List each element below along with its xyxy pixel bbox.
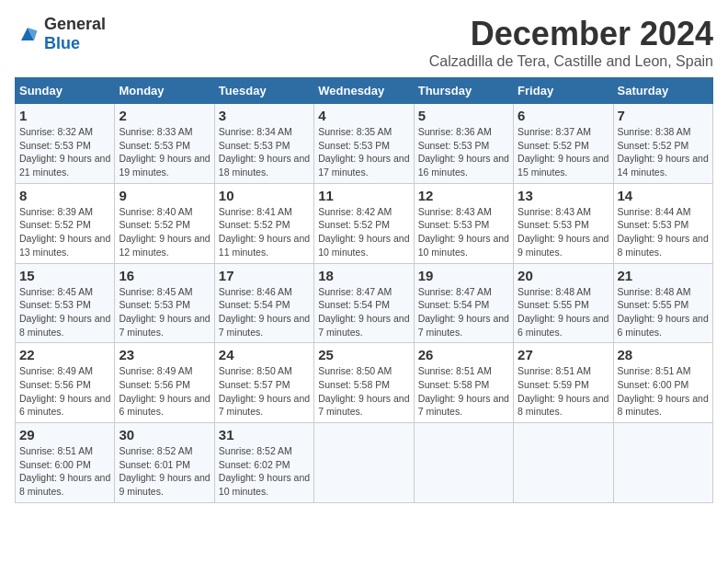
calendar-week-3: 15Sunrise: 8:45 AMSunset: 5:53 PMDayligh… [16, 263, 713, 343]
day-number: 30 [119, 427, 210, 442]
day-number: 13 [518, 188, 609, 203]
table-row: 25Sunrise: 8:50 AMSunset: 5:58 PMDayligh… [314, 343, 414, 423]
day-number: 7 [618, 108, 709, 123]
day-info: Sunrise: 8:49 AMSunset: 5:56 PMDaylight:… [119, 365, 210, 417]
day-number: 1 [19, 108, 110, 123]
day-info: Sunrise: 8:33 AMSunset: 5:53 PMDaylight:… [119, 126, 210, 178]
table-row: 19Sunrise: 8:47 AMSunset: 5:54 PMDayligh… [414, 263, 513, 343]
day-info: Sunrise: 8:46 AMSunset: 5:54 PMDaylight:… [219, 286, 310, 338]
calendar-table: Sunday Monday Tuesday Wednesday Thursday… [15, 77, 713, 503]
table-row: 12Sunrise: 8:43 AMSunset: 5:53 PMDayligh… [414, 183, 513, 263]
day-info: Sunrise: 8:49 AMSunset: 5:56 PMDaylight:… [19, 365, 110, 417]
day-number: 3 [219, 108, 310, 123]
header-friday: Friday [514, 78, 613, 104]
table-row: 22Sunrise: 8:49 AMSunset: 5:56 PMDayligh… [16, 343, 115, 423]
table-row: 31Sunrise: 8:52 AMSunset: 6:02 PMDayligh… [214, 423, 313, 503]
day-info: Sunrise: 8:45 AMSunset: 5:53 PMDaylight:… [19, 286, 110, 338]
table-row: 18Sunrise: 8:47 AMSunset: 5:54 PMDayligh… [314, 263, 414, 343]
day-info: Sunrise: 8:39 AMSunset: 5:52 PMDaylight:… [19, 206, 110, 258]
table-row: 9Sunrise: 8:40 AMSunset: 5:52 PMDaylight… [115, 183, 214, 263]
day-number: 20 [518, 268, 609, 283]
day-number: 11 [318, 188, 409, 203]
table-row: 20Sunrise: 8:48 AMSunset: 5:55 PMDayligh… [514, 263, 613, 343]
day-info: Sunrise: 8:38 AMSunset: 5:52 PMDaylight:… [618, 126, 709, 178]
table-row [314, 423, 414, 503]
day-number: 21 [618, 268, 709, 283]
table-row: 23Sunrise: 8:49 AMSunset: 5:56 PMDayligh… [115, 343, 214, 423]
table-row [414, 423, 513, 503]
day-number: 26 [418, 347, 509, 362]
header-thursday: Thursday [414, 78, 513, 104]
day-info: Sunrise: 8:51 AMSunset: 5:58 PMDaylight:… [418, 365, 509, 417]
logo-blue: Blue [44, 34, 80, 52]
day-number: 22 [19, 347, 110, 362]
day-number: 17 [219, 268, 310, 283]
table-row: 15Sunrise: 8:45 AMSunset: 5:53 PMDayligh… [16, 263, 115, 343]
table-row: 14Sunrise: 8:44 AMSunset: 5:53 PMDayligh… [613, 183, 712, 263]
day-number: 15 [19, 268, 110, 283]
table-row: 28Sunrise: 8:51 AMSunset: 6:00 PMDayligh… [613, 343, 712, 423]
day-number: 9 [119, 188, 210, 203]
day-info: Sunrise: 8:50 AMSunset: 5:57 PMDaylight:… [219, 365, 310, 417]
day-info: Sunrise: 8:47 AMSunset: 5:54 PMDaylight:… [418, 286, 509, 338]
logo-text: General Blue [44, 15, 106, 53]
day-info: Sunrise: 8:37 AMSunset: 5:52 PMDaylight:… [518, 126, 609, 178]
day-info: Sunrise: 8:43 AMSunset: 5:53 PMDaylight:… [418, 206, 509, 258]
day-info: Sunrise: 8:40 AMSunset: 5:52 PMDaylight:… [119, 206, 210, 258]
header-sunday: Sunday [16, 78, 115, 104]
logo-general: General [44, 15, 106, 33]
day-number: 24 [219, 347, 310, 362]
table-row: 13Sunrise: 8:43 AMSunset: 5:53 PMDayligh… [514, 183, 613, 263]
table-row: 7Sunrise: 8:38 AMSunset: 5:52 PMDaylight… [613, 104, 712, 184]
day-number: 28 [618, 347, 709, 362]
day-info: Sunrise: 8:48 AMSunset: 5:55 PMDaylight:… [518, 286, 609, 338]
day-info: Sunrise: 8:43 AMSunset: 5:53 PMDaylight:… [518, 206, 609, 258]
day-number: 5 [418, 108, 509, 123]
day-number: 25 [318, 347, 409, 362]
day-number: 10 [219, 188, 310, 203]
day-info: Sunrise: 8:51 AMSunset: 6:00 PMDaylight:… [19, 445, 110, 497]
header: General Blue December 2024 Calzadilla de… [15, 15, 713, 70]
day-number: 14 [618, 188, 709, 203]
calendar-week-5: 29Sunrise: 8:51 AMSunset: 6:00 PMDayligh… [16, 423, 713, 503]
day-number: 8 [19, 188, 110, 203]
day-number: 16 [119, 268, 210, 283]
table-row: 2Sunrise: 8:33 AMSunset: 5:53 PMDaylight… [115, 104, 214, 184]
month-title: December 2024 [429, 15, 713, 53]
calendar-week-1: 1Sunrise: 8:32 AMSunset: 5:53 PMDaylight… [16, 104, 713, 184]
table-row: 30Sunrise: 8:52 AMSunset: 6:01 PMDayligh… [115, 423, 214, 503]
day-number: 4 [318, 108, 409, 123]
day-number: 2 [119, 108, 210, 123]
day-number: 19 [418, 268, 509, 283]
day-number: 18 [318, 268, 409, 283]
day-info: Sunrise: 8:52 AMSunset: 6:01 PMDaylight:… [119, 445, 210, 497]
day-info: Sunrise: 8:50 AMSunset: 5:58 PMDaylight:… [318, 365, 409, 417]
table-row: 3Sunrise: 8:34 AMSunset: 5:53 PMDaylight… [214, 104, 313, 184]
day-info: Sunrise: 8:45 AMSunset: 5:53 PMDaylight:… [119, 286, 210, 338]
day-info: Sunrise: 8:41 AMSunset: 5:52 PMDaylight:… [219, 206, 310, 258]
table-row: 6Sunrise: 8:37 AMSunset: 5:52 PMDaylight… [514, 104, 613, 184]
day-number: 31 [219, 427, 310, 442]
table-row: 21Sunrise: 8:48 AMSunset: 5:55 PMDayligh… [613, 263, 712, 343]
table-row: 29Sunrise: 8:51 AMSunset: 6:00 PMDayligh… [16, 423, 115, 503]
day-number: 27 [518, 347, 609, 362]
table-row [613, 423, 712, 503]
table-row: 4Sunrise: 8:35 AMSunset: 5:53 PMDaylight… [314, 104, 414, 184]
table-row: 1Sunrise: 8:32 AMSunset: 5:53 PMDaylight… [16, 104, 115, 184]
table-row: 11Sunrise: 8:42 AMSunset: 5:52 PMDayligh… [314, 183, 414, 263]
logo-icon [15, 21, 40, 47]
day-info: Sunrise: 8:51 AMSunset: 6:00 PMDaylight:… [618, 365, 709, 417]
day-number: 23 [119, 347, 210, 362]
day-info: Sunrise: 8:47 AMSunset: 5:54 PMDaylight:… [318, 286, 409, 338]
day-info: Sunrise: 8:36 AMSunset: 5:53 PMDaylight:… [418, 126, 509, 178]
day-number: 12 [418, 188, 509, 203]
day-info: Sunrise: 8:35 AMSunset: 5:53 PMDaylight:… [318, 126, 409, 178]
day-info: Sunrise: 8:32 AMSunset: 5:53 PMDaylight:… [19, 126, 110, 178]
header-tuesday: Tuesday [214, 78, 313, 104]
title-area: December 2024 Calzadilla de Tera, Castil… [429, 15, 713, 70]
day-info: Sunrise: 8:51 AMSunset: 5:59 PMDaylight:… [518, 365, 609, 417]
table-row: 27Sunrise: 8:51 AMSunset: 5:59 PMDayligh… [514, 343, 613, 423]
table-row: 8Sunrise: 8:39 AMSunset: 5:52 PMDaylight… [16, 183, 115, 263]
table-row: 5Sunrise: 8:36 AMSunset: 5:53 PMDaylight… [414, 104, 513, 184]
table-row: 16Sunrise: 8:45 AMSunset: 5:53 PMDayligh… [115, 263, 214, 343]
